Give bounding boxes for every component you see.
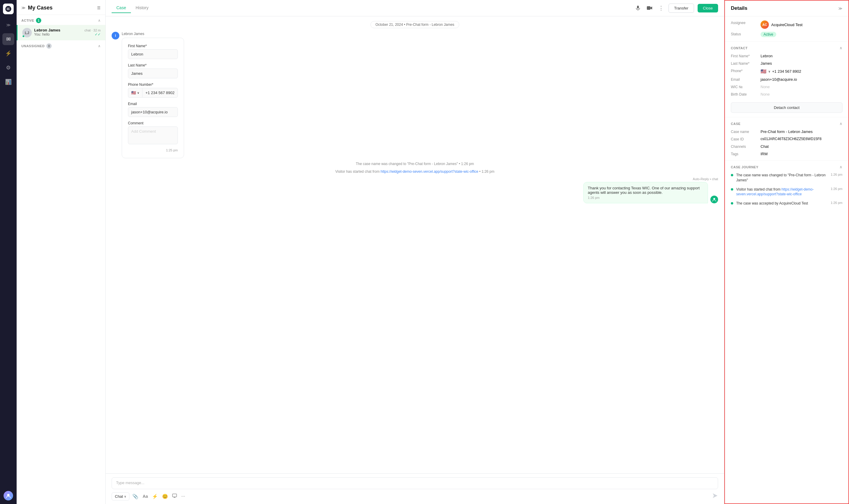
case-tags-row: Tags IRM bbox=[731, 152, 843, 156]
emoji-icon[interactable]: 😊 bbox=[161, 492, 169, 501]
active-section-label: ACTIVE 1 bbox=[21, 18, 41, 23]
transfer-button[interactable]: Transfer bbox=[669, 3, 694, 13]
flag-emoji: 🇺🇸 bbox=[131, 91, 136, 95]
read-check-icon: ✓✓ bbox=[95, 32, 101, 36]
journey-section-header: CASE JOURNEY ∧ bbox=[731, 165, 843, 169]
case-name-value: Pre-Chat form - Lebron James bbox=[761, 129, 843, 134]
phone-field: Phone Number* 🇺🇸 ∨ +1 234 567 8902 bbox=[128, 83, 178, 98]
contact-birth-row: Birth Date None bbox=[731, 92, 843, 96]
case-channels-label: Channels bbox=[731, 144, 758, 149]
contact-collapse-icon[interactable]: ∧ bbox=[839, 46, 843, 50]
more-options-btn[interactable]: ⋮ bbox=[657, 3, 665, 13]
case-id-value: cs01JARC46T8Z3CH6ZZ5E6WD15F8 bbox=[761, 137, 843, 141]
comment-input[interactable]: Add Comment bbox=[128, 126, 178, 144]
unassigned-count-badge: 0 bbox=[46, 43, 52, 49]
case-avatar: LJ bbox=[22, 28, 32, 37]
user-avatar[interactable] bbox=[3, 491, 13, 501]
lightning-icon[interactable]: ⚡ bbox=[151, 492, 159, 501]
svg-rect-4 bbox=[647, 6, 650, 10]
close-button[interactable]: Close bbox=[698, 4, 718, 13]
contact-wic-label: WIC № bbox=[731, 85, 758, 89]
last-name-field: Last Name* James bbox=[128, 63, 178, 78]
journey-collapse-icon[interactable]: ∧ bbox=[839, 165, 843, 169]
nav-settings-icon[interactable]: ⚙ bbox=[2, 62, 14, 74]
tab-case[interactable]: Case bbox=[112, 3, 131, 13]
email-label: Email bbox=[128, 102, 178, 106]
detach-contact-button[interactable]: Detach contact bbox=[731, 103, 843, 113]
first-name-input: Lebron bbox=[128, 49, 178, 59]
form-message-container: i Lebron James First Name* Lebron Last N… bbox=[112, 32, 718, 158]
journey-text-2: Visitor has started chat from https://wi… bbox=[736, 187, 828, 197]
case-info: Lebron James chat · 32 m You: hello ✓✓ bbox=[34, 28, 101, 36]
case-channels-value: Chat bbox=[761, 144, 843, 149]
contact-wic-value: None bbox=[761, 85, 843, 89]
auto-reply-label: Auto-Reply • chat bbox=[693, 177, 718, 181]
chevrons-icon: ≫ bbox=[21, 6, 25, 10]
pre-chat-form: First Name* Lebron Last Name* James Phon… bbox=[122, 38, 184, 158]
unassigned-collapse-btn[interactable]: ∧ bbox=[98, 44, 101, 48]
details-title: Details bbox=[731, 5, 747, 11]
date-badge: October 21, 2024 • Pre-Chat form - Lebro… bbox=[112, 21, 718, 28]
first-name-label: First Name* bbox=[128, 44, 178, 48]
journey-section-title: CASE JOURNEY bbox=[731, 165, 758, 169]
journey-item-2: Visitor has started chat from https://wi… bbox=[731, 187, 843, 197]
case-id-row: Case ID cs01JARC46T8Z3CH6ZZ5E6WD15F8 bbox=[731, 137, 843, 141]
nav-inbox-icon[interactable]: ✉ bbox=[2, 33, 14, 45]
contact-section-header: CONTACT ∧ bbox=[731, 46, 843, 50]
journey-text-1: The case name was changed to "Pre-Chat f… bbox=[736, 173, 828, 183]
chat-input-area: Type message... Chat ∨ 📎 Aa ⚡ 😊 ··· bbox=[106, 473, 724, 504]
active-label-text: ACTIVE bbox=[21, 19, 34, 22]
case-name-label: Case name bbox=[731, 129, 758, 134]
case-collapse-icon[interactable]: ∧ bbox=[839, 121, 843, 126]
contact-first-name-label: First Name* bbox=[731, 54, 758, 58]
contact-last-name-label: Last Name* bbox=[731, 61, 758, 66]
assignee-value: AC AcquireCloud Test bbox=[761, 20, 802, 29]
email-input: jason+10@acquire.io bbox=[128, 107, 178, 117]
journey-time-3: 1:26 pm bbox=[831, 201, 843, 204]
tab-history[interactable]: History bbox=[131, 3, 153, 13]
screen-share-icon[interactable] bbox=[171, 492, 178, 501]
expand-icon[interactable]: ≫ bbox=[838, 6, 843, 11]
contact-phone-value: 🇺🇸 ∨ +1 234 567 8902 bbox=[761, 69, 843, 74]
font-icon[interactable]: Aa bbox=[141, 493, 149, 500]
active-section-header: ACTIVE 1 ∧ bbox=[17, 15, 105, 25]
svg-point-5 bbox=[713, 198, 715, 200]
microphone-btn[interactable] bbox=[634, 4, 642, 12]
contact-email-value: jason+10@acquire.io bbox=[761, 77, 843, 82]
more-tools-icon[interactable]: ··· bbox=[180, 492, 186, 500]
contact-first-name-value: Lebron bbox=[761, 54, 843, 58]
chat-tabs: Case History bbox=[112, 3, 153, 13]
video-btn[interactable] bbox=[645, 4, 654, 12]
case-name-row: Lebron James chat · 32 m bbox=[34, 28, 101, 32]
journey-dot-1 bbox=[731, 174, 733, 176]
visitor-link[interactable]: https://widget-demo-seven.vercel.app/sup… bbox=[381, 169, 478, 174]
nav-analytics-icon[interactable]: 📊 bbox=[2, 76, 14, 88]
channel-chevron-icon: ∨ bbox=[124, 495, 126, 498]
active-count-badge: 1 bbox=[36, 18, 41, 23]
phone-number-input: +1 234 567 8902 bbox=[142, 88, 178, 98]
form-timestamp: 1:25 pm bbox=[128, 148, 178, 152]
contact-phone-label: Phone* bbox=[731, 69, 758, 73]
nav-expand-icon[interactable]: ≫ bbox=[2, 19, 14, 31]
filter-icon[interactable]: ☰ bbox=[97, 6, 101, 10]
comment-field: Comment Add Comment bbox=[128, 121, 178, 144]
active-collapse-btn[interactable]: ∧ bbox=[98, 18, 101, 22]
cases-header: ≫ My Cases ☰ bbox=[17, 0, 105, 15]
case-journey-section: CASE JOURNEY ∧ The case name was changed… bbox=[725, 161, 848, 214]
details-header: Details ≫ bbox=[725, 1, 848, 16]
case-preview: You: hello ✓✓ bbox=[34, 32, 101, 36]
nav-bolt-icon[interactable]: ⚡ bbox=[2, 48, 14, 59]
form-bubble: Lebron James First Name* Lebron Last Nam… bbox=[122, 32, 184, 158]
channel-selector[interactable]: Chat ∨ bbox=[112, 492, 129, 501]
details-panel: Details ≫ Assignee AC AcquireCloud Test … bbox=[724, 0, 849, 504]
case-channel-time: chat · 32 m bbox=[85, 29, 101, 32]
attachment-icon[interactable]: 📎 bbox=[131, 492, 140, 501]
send-button[interactable] bbox=[712, 493, 718, 500]
status-label: Status bbox=[731, 32, 758, 36]
unassigned-section-header: UNASSIGNED 0 ∧ bbox=[17, 40, 105, 51]
case-list-item[interactable]: LJ Lebron James chat · 32 m You: hello ✓… bbox=[17, 25, 105, 40]
avatar-initials: LJ bbox=[25, 31, 29, 35]
left-navigation: ≫ ✉ ⚡ ⚙ 📊 bbox=[0, 0, 17, 504]
phone-flag-select[interactable]: 🇺🇸 ∨ bbox=[128, 88, 142, 98]
message-input[interactable]: Type message... bbox=[112, 477, 718, 489]
